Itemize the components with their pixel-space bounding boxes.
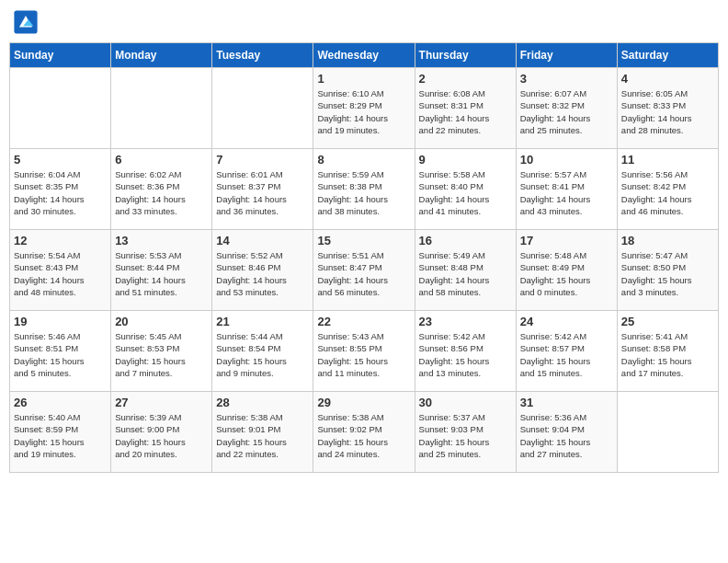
calendar-cell: 7Sunrise: 6:01 AM Sunset: 8:37 PM Daylig… [212, 149, 313, 230]
day-number: 26 [14, 396, 107, 409]
calendar-cell: 11Sunrise: 5:56 AM Sunset: 8:42 PM Dayli… [617, 149, 718, 230]
day-number: 27 [115, 396, 208, 409]
day-info: Sunrise: 5:37 AM Sunset: 9:03 PM Dayligh… [419, 411, 512, 460]
day-number: 31 [520, 396, 613, 409]
day-number: 10 [520, 153, 613, 167]
day-number: 28 [216, 396, 309, 409]
calendar-header-row: SundayMondayTuesdayWednesdayThursdayFrid… [10, 43, 719, 68]
calendar-cell: 24Sunrise: 5:42 AM Sunset: 8:57 PM Dayli… [516, 311, 617, 392]
calendar-table: SundayMondayTuesdayWednesdayThursdayFrid… [9, 42, 719, 473]
day-number: 22 [317, 315, 410, 328]
calendar-cell: 9Sunrise: 5:58 AM Sunset: 8:40 PM Daylig… [415, 149, 516, 230]
calendar-week-1: 1Sunrise: 6:10 AM Sunset: 8:29 PM Daylig… [10, 68, 719, 149]
day-info: Sunrise: 5:54 AM Sunset: 8:43 PM Dayligh… [14, 249, 107, 298]
day-number: 30 [419, 396, 512, 409]
day-info: Sunrise: 6:01 AM Sunset: 8:37 PM Dayligh… [216, 168, 309, 217]
calendar-body: 1Sunrise: 6:10 AM Sunset: 8:29 PM Daylig… [10, 68, 719, 473]
day-header-friday: Friday [516, 43, 617, 68]
day-info: Sunrise: 5:40 AM Sunset: 8:59 PM Dayligh… [14, 411, 107, 460]
day-number: 20 [115, 315, 208, 328]
day-info: Sunrise: 5:42 AM Sunset: 8:57 PM Dayligh… [520, 330, 613, 379]
calendar-cell: 13Sunrise: 5:53 AM Sunset: 8:44 PM Dayli… [111, 230, 212, 311]
day-number: 19 [14, 315, 107, 328]
logo-icon [13, 9, 39, 35]
calendar-cell: 26Sunrise: 5:40 AM Sunset: 8:59 PM Dayli… [10, 392, 111, 473]
calendar-cell: 19Sunrise: 5:46 AM Sunset: 8:51 PM Dayli… [10, 311, 111, 392]
day-number: 12 [14, 234, 107, 247]
day-header-monday: Monday [111, 43, 212, 68]
calendar-cell: 1Sunrise: 6:10 AM Sunset: 8:29 PM Daylig… [313, 68, 415, 149]
calendar-cell: 22Sunrise: 5:43 AM Sunset: 8:55 PM Dayli… [313, 311, 415, 392]
day-info: Sunrise: 5:49 AM Sunset: 8:48 PM Dayligh… [419, 249, 512, 298]
calendar-cell: 8Sunrise: 5:59 AM Sunset: 8:38 PM Daylig… [313, 149, 415, 230]
day-info: Sunrise: 5:56 AM Sunset: 8:42 PM Dayligh… [621, 168, 714, 217]
calendar-cell: 18Sunrise: 5:47 AM Sunset: 8:50 PM Dayli… [617, 230, 718, 311]
day-info: Sunrise: 5:46 AM Sunset: 8:51 PM Dayligh… [14, 330, 107, 379]
calendar-cell [212, 68, 313, 149]
day-number: 24 [520, 315, 613, 328]
day-number: 5 [14, 153, 107, 167]
day-info: Sunrise: 5:38 AM Sunset: 9:01 PM Dayligh… [216, 411, 309, 460]
calendar-cell: 2Sunrise: 6:08 AM Sunset: 8:31 PM Daylig… [415, 68, 516, 149]
day-header-saturday: Saturday [617, 43, 718, 68]
day-header-tuesday: Tuesday [212, 43, 313, 68]
day-number: 11 [621, 153, 714, 167]
calendar-cell: 25Sunrise: 5:41 AM Sunset: 8:58 PM Dayli… [617, 311, 718, 392]
day-info: Sunrise: 5:47 AM Sunset: 8:50 PM Dayligh… [621, 249, 714, 298]
day-info: Sunrise: 6:02 AM Sunset: 8:36 PM Dayligh… [115, 168, 208, 217]
day-info: Sunrise: 5:43 AM Sunset: 8:55 PM Dayligh… [317, 330, 410, 379]
calendar-cell: 27Sunrise: 5:39 AM Sunset: 9:00 PM Dayli… [111, 392, 212, 473]
day-header-wednesday: Wednesday [313, 43, 415, 68]
calendar-cell: 29Sunrise: 5:38 AM Sunset: 9:02 PM Dayli… [313, 392, 415, 473]
day-info: Sunrise: 5:52 AM Sunset: 8:46 PM Dayligh… [216, 249, 309, 298]
calendar-cell: 3Sunrise: 6:07 AM Sunset: 8:32 PM Daylig… [516, 68, 617, 149]
day-info: Sunrise: 6:04 AM Sunset: 8:35 PM Dayligh… [14, 168, 107, 217]
day-info: Sunrise: 5:44 AM Sunset: 8:54 PM Dayligh… [216, 330, 309, 379]
calendar-cell: 23Sunrise: 5:42 AM Sunset: 8:56 PM Dayli… [415, 311, 516, 392]
day-number: 18 [621, 234, 714, 247]
calendar-cell [617, 392, 718, 473]
day-info: Sunrise: 6:05 AM Sunset: 8:33 PM Dayligh… [621, 87, 714, 136]
day-info: Sunrise: 5:36 AM Sunset: 9:04 PM Dayligh… [520, 411, 613, 460]
calendar-cell: 17Sunrise: 5:48 AM Sunset: 8:49 PM Dayli… [516, 230, 617, 311]
calendar-cell: 30Sunrise: 5:37 AM Sunset: 9:03 PM Dayli… [415, 392, 516, 473]
day-info: Sunrise: 6:08 AM Sunset: 8:31 PM Dayligh… [419, 87, 512, 136]
calendar-cell: 14Sunrise: 5:52 AM Sunset: 8:46 PM Dayli… [212, 230, 313, 311]
day-info: Sunrise: 5:39 AM Sunset: 9:00 PM Dayligh… [115, 411, 208, 460]
day-info: Sunrise: 5:42 AM Sunset: 8:56 PM Dayligh… [419, 330, 512, 379]
day-number: 8 [317, 153, 410, 167]
calendar-week-5: 26Sunrise: 5:40 AM Sunset: 8:59 PM Dayli… [10, 392, 719, 473]
calendar-cell: 16Sunrise: 5:49 AM Sunset: 8:48 PM Dayli… [415, 230, 516, 311]
calendar-cell: 28Sunrise: 5:38 AM Sunset: 9:01 PM Dayli… [212, 392, 313, 473]
calendar-cell: 20Sunrise: 5:45 AM Sunset: 8:53 PM Dayli… [111, 311, 212, 392]
day-number: 13 [115, 234, 208, 247]
day-number: 15 [317, 234, 410, 247]
calendar-cell: 10Sunrise: 5:57 AM Sunset: 8:41 PM Dayli… [516, 149, 617, 230]
calendar-cell [10, 68, 111, 149]
day-number: 2 [419, 72, 512, 86]
day-info: Sunrise: 6:07 AM Sunset: 8:32 PM Dayligh… [520, 87, 613, 136]
day-number: 25 [621, 315, 714, 328]
day-info: Sunrise: 5:58 AM Sunset: 8:40 PM Dayligh… [419, 168, 512, 217]
day-info: Sunrise: 5:48 AM Sunset: 8:49 PM Dayligh… [520, 249, 613, 298]
day-header-thursday: Thursday [415, 43, 516, 68]
day-info: Sunrise: 6:10 AM Sunset: 8:29 PM Dayligh… [317, 87, 410, 136]
day-info: Sunrise: 5:51 AM Sunset: 8:47 PM Dayligh… [317, 249, 410, 298]
day-number: 14 [216, 234, 309, 247]
day-number: 17 [520, 234, 613, 247]
day-header-sunday: Sunday [10, 43, 111, 68]
page-header [9, 9, 719, 35]
calendar-cell: 12Sunrise: 5:54 AM Sunset: 8:43 PM Dayli… [10, 230, 111, 311]
calendar-cell: 4Sunrise: 6:05 AM Sunset: 8:33 PM Daylig… [617, 68, 718, 149]
day-number: 23 [419, 315, 512, 328]
calendar-cell: 6Sunrise: 6:02 AM Sunset: 8:36 PM Daylig… [111, 149, 212, 230]
calendar-week-4: 19Sunrise: 5:46 AM Sunset: 8:51 PM Dayli… [10, 311, 719, 392]
day-number: 4 [621, 72, 714, 86]
day-number: 3 [520, 72, 613, 86]
day-info: Sunrise: 5:38 AM Sunset: 9:02 PM Dayligh… [317, 411, 410, 460]
day-number: 6 [115, 153, 208, 167]
day-number: 29 [317, 396, 410, 409]
day-number: 7 [216, 153, 309, 167]
calendar-cell: 5Sunrise: 6:04 AM Sunset: 8:35 PM Daylig… [10, 149, 111, 230]
logo [13, 9, 40, 35]
